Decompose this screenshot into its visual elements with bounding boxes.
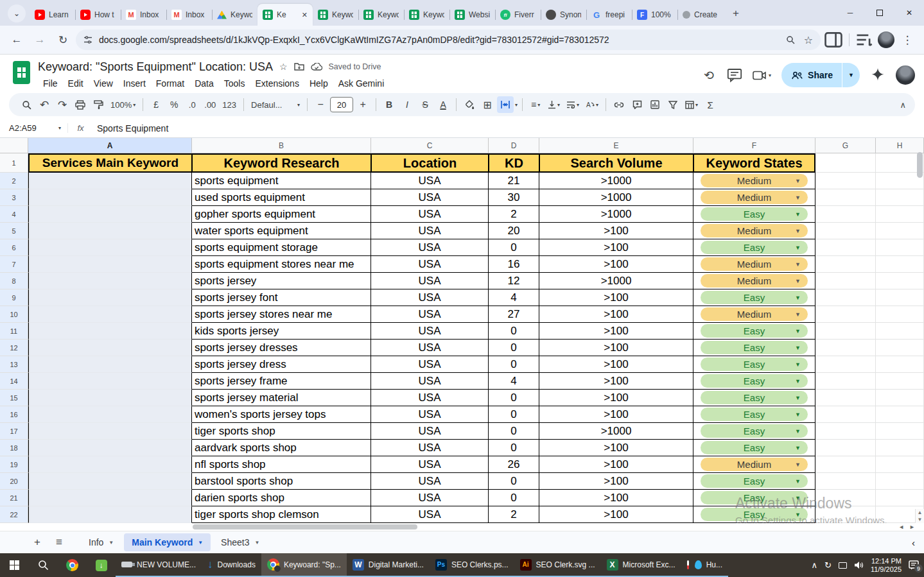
cell-F5[interactable]: Medium▼ <box>693 223 815 239</box>
cell-D17[interactable]: 0 <box>489 423 539 440</box>
cell-H16[interactable] <box>876 406 924 423</box>
cell-G13[interactable] <box>815 356 876 373</box>
cell-F13[interactable]: Easy▼ <box>693 356 815 373</box>
cell-C18[interactable]: USA <box>371 440 489 456</box>
cell-D4[interactable]: 2 <box>489 206 539 223</box>
insert-link-icon[interactable] <box>611 96 627 113</box>
row-header-6[interactable]: 6 <box>0 239 28 256</box>
cell-H21[interactable] <box>876 490 924 506</box>
cell-F8[interactable]: Medium▼ <box>693 273 815 289</box>
cell-H13[interactable] <box>876 356 924 373</box>
row-header-22[interactable]: 22 <box>0 506 28 523</box>
column-header-E[interactable]: E <box>539 138 693 153</box>
cell-A5[interactable] <box>28 223 192 239</box>
decrease-font-size-button[interactable]: − <box>312 96 329 113</box>
more-formats-button[interactable]: 123 <box>220 96 239 113</box>
menu-tools[interactable]: Tools <box>219 76 250 90</box>
print-icon[interactable] <box>72 96 89 113</box>
state-dropdown-chip[interactable]: Easy▼ <box>701 357 808 371</box>
cell-F10[interactable]: Medium▼ <box>693 306 815 323</box>
volume-icon[interactable] <box>854 561 864 569</box>
cell-B5[interactable]: water sports equipment <box>192 223 371 239</box>
cell-E7[interactable]: >100 <box>539 256 693 273</box>
comments-icon[interactable] <box>727 67 742 83</box>
browser-tab[interactable]: Create <box>677 4 723 26</box>
cell-H19[interactable] <box>876 456 924 473</box>
gemini-sparkle-icon[interactable] <box>870 67 885 83</box>
cell-B11[interactable]: kids sports jersey <box>192 323 371 340</box>
cell-F11[interactable]: Easy▼ <box>693 323 815 340</box>
row-header-21[interactable]: 21 <box>0 490 28 506</box>
row-header-19[interactable]: 19 <box>0 456 28 473</box>
cell-G8[interactable] <box>815 273 876 289</box>
cell-A9[interactable] <box>28 289 192 306</box>
state-dropdown-chip[interactable]: Medium▼ <box>701 224 808 237</box>
sheet-tab-info[interactable]: Info▼ <box>81 533 121 551</box>
undo-icon[interactable]: ↶ <box>36 96 53 113</box>
state-dropdown-chip[interactable]: Easy▼ <box>701 441 808 454</box>
state-dropdown-chip[interactable]: Medium▼ <box>701 257 808 271</box>
cell-C12[interactable]: USA <box>371 340 489 356</box>
cell-F9[interactable]: Easy▼ <box>693 289 815 306</box>
cell-E3[interactable]: >1000 <box>539 189 693 206</box>
increase-decimal-button[interactable]: .00 <box>202 96 218 113</box>
cell-B18[interactable]: aardvark sports shop <box>192 440 371 456</box>
search-icon[interactable] <box>786 35 795 44</box>
horizontal-scrollbar[interactable] <box>193 524 417 530</box>
site-info-icon[interactable] <box>83 35 92 44</box>
weather-widget[interactable]: Hu... <box>681 553 728 577</box>
browser-tab[interactable]: F100% <box>632 4 677 26</box>
name-box[interactable]: A2:A59 ▾ <box>0 123 67 133</box>
cell-A22[interactable] <box>28 506 192 523</box>
menu-edit[interactable]: Edit <box>63 76 89 90</box>
browser-tab[interactable]: MInbox <box>121 4 166 26</box>
row-header-1[interactable]: 1 <box>0 153 28 173</box>
cell-F14[interactable]: Easy▼ <box>693 373 815 390</box>
row-header-3[interactable]: 3 <box>0 189 28 206</box>
browser-tab[interactable]: Keywo <box>358 4 404 26</box>
taskbar-app-button[interactable]: XMicrosoft Exc... <box>601 553 681 577</box>
cell-C8[interactable]: USA <box>371 273 489 289</box>
cloud-saved-icon[interactable] <box>311 63 322 71</box>
menu-data[interactable]: Data <box>189 76 219 90</box>
cell-C16[interactable]: USA <box>371 406 489 423</box>
cell-G10[interactable] <box>815 306 876 323</box>
meet-camera-icon[interactable] <box>753 71 767 80</box>
italic-button[interactable]: I <box>399 96 415 113</box>
cell-G2[interactable] <box>815 173 876 189</box>
cell-A14[interactable] <box>28 373 192 390</box>
cell-G11[interactable] <box>815 323 876 340</box>
cell-H9[interactable] <box>876 289 924 306</box>
cell-H6[interactable] <box>876 239 924 256</box>
name-box-caret-icon[interactable]: ▾ <box>58 125 61 131</box>
cell-C19[interactable]: USA <box>371 456 489 473</box>
state-dropdown-chip[interactable]: Easy▼ <box>701 474 808 488</box>
state-dropdown-chip[interactable]: Easy▼ <box>701 374 808 388</box>
horizontal-align-icon[interactable]: ≡▾ <box>527 96 544 113</box>
cell-C13[interactable]: USA <box>371 356 489 373</box>
toolbar-collapse-icon[interactable]: ∧ <box>900 100 906 110</box>
all-sheets-icon[interactable]: ≡ <box>50 533 68 551</box>
bookmark-star-icon[interactable]: ☆ <box>804 34 813 46</box>
cell-A15[interactable] <box>28 390 192 406</box>
state-dropdown-chip[interactable]: Easy▼ <box>701 491 808 504</box>
cell-E6[interactable]: >100 <box>539 239 693 256</box>
row-header-11[interactable]: 11 <box>0 323 28 340</box>
menu-ask-gemini[interactable]: Ask Gemini <box>333 76 390 90</box>
state-dropdown-chip[interactable]: Easy▼ <box>701 291 808 304</box>
cell-B13[interactable]: sports jersey dress <box>192 356 371 373</box>
row-header-16[interactable]: 16 <box>0 406 28 423</box>
state-dropdown-chip[interactable]: Medium▼ <box>701 274 808 288</box>
text-color-button[interactable]: A <box>435 96 451 113</box>
browser-tab[interactable]: fiFiverr <box>495 4 541 26</box>
sheet-tab-main-keyword[interactable]: Main Keyword▼ <box>124 533 211 551</box>
cell-A13[interactable] <box>28 356 192 373</box>
menu-format[interactable]: Format <box>151 76 189 90</box>
menu-file[interactable]: File <box>38 76 63 90</box>
text-rotation-icon[interactable]: A▾ <box>583 96 601 113</box>
borders-icon[interactable]: ⊞ <box>479 96 496 113</box>
state-dropdown-chip[interactable]: Medium▼ <box>701 458 808 471</box>
cell-D12[interactable]: 0 <box>489 340 539 356</box>
cell-G3[interactable] <box>815 189 876 206</box>
cell-B15[interactable]: sports jersey material <box>192 390 371 406</box>
